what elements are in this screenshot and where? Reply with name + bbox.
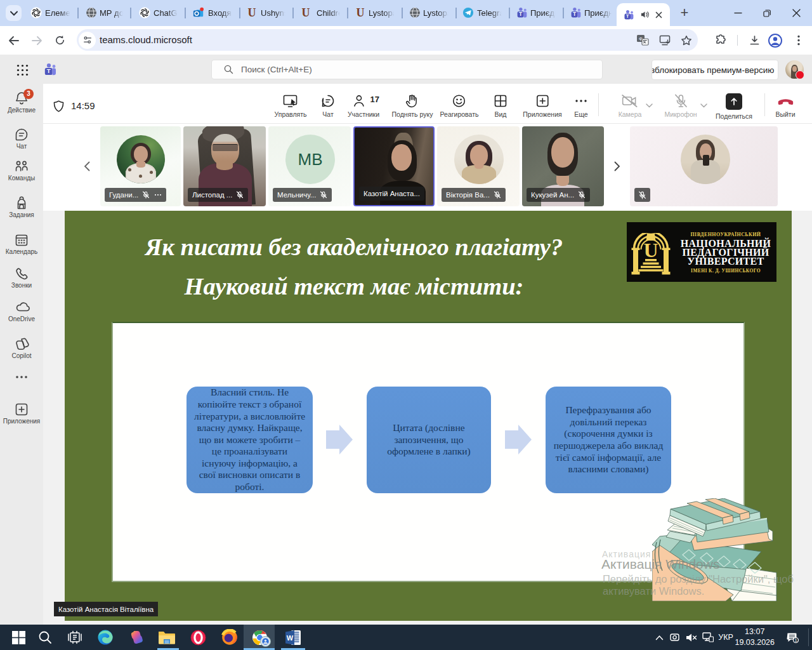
svg-text:U: U — [248, 7, 256, 18]
svg-text:T: T — [47, 67, 51, 74]
svg-text:T: T — [573, 11, 577, 17]
svg-text:T: T — [519, 11, 523, 17]
svg-text:U: U — [302, 7, 310, 18]
svg-text:1: 1 — [794, 637, 797, 643]
svg-text:U: U — [643, 239, 658, 262]
svg-text:T: T — [626, 13, 629, 19]
svg-text:U: U — [357, 7, 365, 18]
svg-text:W: W — [287, 633, 294, 641]
